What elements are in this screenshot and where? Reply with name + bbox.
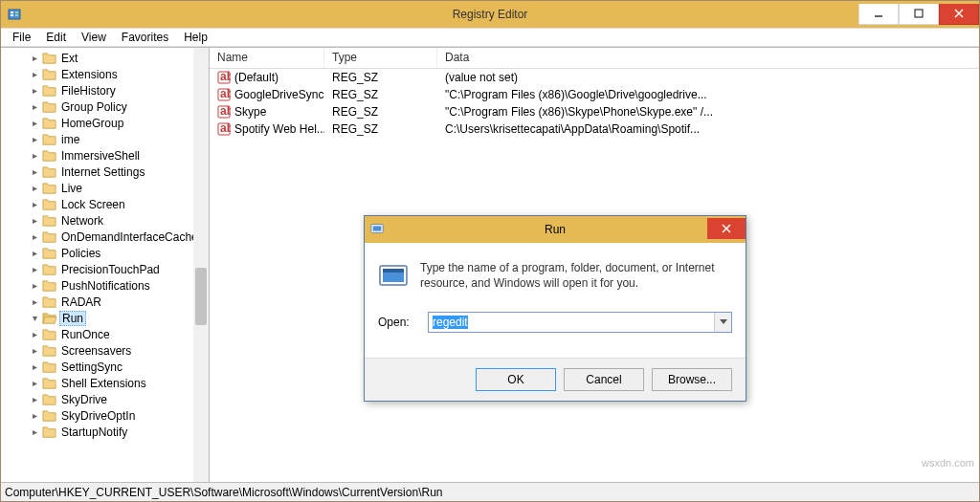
expand-icon[interactable]: ▸ [30,166,40,177]
run-open-combo[interactable] [428,312,732,333]
folder-icon [42,68,56,80]
expand-icon[interactable]: ▸ [30,69,40,79]
titlebar[interactable]: Registry Editor [1,1,979,28]
string-value-icon: ab [217,71,231,84]
menu-help[interactable]: Help [176,29,215,46]
expand-icon[interactable]: ▸ [30,329,40,339]
expand-icon[interactable]: ▸ [30,248,40,258]
value-type: REG_SZ [324,71,437,84]
folder-icon [42,133,56,145]
col-data[interactable]: Data [437,48,979,68]
folder-icon [42,198,56,210]
tree-node-extensions[interactable]: ▸Extensions [1,66,209,82]
tree-scrollbar[interactable] [193,48,209,482]
expand-icon[interactable]: ▸ [30,150,40,161]
tree-node-immersiveshell[interactable]: ▸ImmersiveShell [1,147,209,164]
menu-file[interactable]: File [5,29,38,46]
tree-node-pushnotifications[interactable]: ▸PushNotifications [1,277,209,294]
tree-node-label: Network [59,214,105,228]
expand-icon[interactable]: ▸ [30,199,40,209]
tree-node-lock-screen[interactable]: ▸Lock Screen [1,196,209,212]
list-row[interactable]: ab(Default)REG_SZ(value not set) [210,69,979,86]
list-row[interactable]: abSkypeREG_SZ"C:\Program Files (x86)\Sky… [210,103,979,120]
svg-rect-0 [9,10,20,19]
minimize-button[interactable] [858,4,899,25]
run-titlebar[interactable]: Run [365,216,746,243]
tree-node-startupnotify[interactable]: ▸StartupNotify [1,424,209,440]
tree-node-filehistory[interactable]: ▸FileHistory [1,82,209,98]
run-open-input[interactable] [428,312,732,333]
value-type: REG_SZ [324,88,437,101]
expand-icon[interactable]: ▸ [30,410,40,421]
tree-node-skydriveoptin[interactable]: ▸SkyDriveOptIn [1,407,209,424]
folder-icon [42,360,56,373]
tree-node-internet-settings[interactable]: ▸Internet Settings [1,164,209,180]
svg-text:ab: ab [220,88,231,100]
tree-node-label: HomeGroup [59,117,125,130]
expand-icon[interactable]: ▸ [30,215,40,226]
tree-node-policies[interactable]: ▸Policies [1,245,209,261]
tree-node-settingsync[interactable]: ▸SettingSync [1,359,209,375]
tree-node-ext[interactable]: ▸Ext [1,50,209,66]
status-path: Computer\HKEY_CURRENT_USER\Software\Micr… [5,486,442,499]
tree-node-network[interactable]: ▸Network [1,212,209,229]
tree-node-runonce[interactable]: ▸RunOnce [1,326,209,342]
expand-icon[interactable]: ▸ [30,134,40,144]
expand-icon[interactable]: ▸ [30,183,40,193]
menu-view[interactable]: View [74,29,114,46]
col-type[interactable]: Type [324,48,437,68]
tree-node-group-policy[interactable]: ▸Group Policy [1,98,209,115]
tree-pane[interactable]: ▸Ext▸Extensions▸FileHistory▸Group Policy… [1,48,210,482]
list-header[interactable]: Name Type Data [210,48,979,69]
expand-icon[interactable]: ▸ [30,101,40,112]
tree-node-precisiontouchpad[interactable]: ▸PrecisionTouchPad [1,261,209,277]
expand-icon[interactable]: ▸ [30,394,40,404]
folder-icon [42,409,56,422]
expand-icon[interactable]: ▾ [30,313,40,323]
expand-icon[interactable]: ▸ [30,53,40,63]
folder-icon [42,279,56,292]
value-name: Skype [234,105,266,119]
col-name[interactable]: Name [210,48,324,68]
tree-node-radar[interactable]: ▸RADAR [1,294,209,310]
menu-edit[interactable]: Edit [38,29,74,46]
menu-favorites[interactable]: Favorites [114,29,176,46]
scrollbar-thumb[interactable] [195,268,207,325]
run-title: Run [365,223,746,236]
tree-node-live[interactable]: ▸Live [1,180,209,196]
folder-icon [42,149,56,162]
browse-button[interactable]: Browse... [652,368,732,391]
list-row[interactable]: abSpotify Web Hel...REG_SZC:\Users\krise… [210,120,979,138]
tree-node-ime[interactable]: ▸ime [1,131,209,147]
value-data: "C:\Program Files (x86)\Google\Drive\goo… [437,88,979,101]
list-row[interactable]: abGoogleDriveSyncREG_SZ"C:\Program Files… [210,86,979,103]
expand-icon[interactable]: ▸ [30,345,40,356]
expand-icon[interactable]: ▸ [30,378,40,388]
run-dialog[interactable]: Run Type the name of a program, folder, … [364,215,746,402]
expand-icon[interactable]: ▸ [30,361,40,372]
tree-node-shell-extensions[interactable]: ▸Shell Extensions [1,375,209,391]
expand-icon[interactable]: ▸ [30,118,40,128]
close-button[interactable] [939,4,979,25]
expand-icon[interactable]: ▸ [30,280,40,291]
tree-node-skydrive[interactable]: ▸SkyDrive [1,391,209,407]
expand-icon[interactable]: ▸ [30,231,40,242]
expand-icon[interactable]: ▸ [30,85,40,96]
ok-button[interactable]: OK [476,368,556,391]
folder-icon [42,182,56,194]
tree-node-run[interactable]: ▾Run [1,310,209,326]
tree-node-homegroup[interactable]: ▸HomeGroup [1,115,209,131]
maximize-button[interactable] [899,4,939,25]
cancel-button[interactable]: Cancel [564,368,644,391]
expand-icon[interactable]: ▸ [30,264,40,274]
chevron-down-icon[interactable] [714,313,731,332]
tree-node-label: PrecisionTouchPad [59,263,162,276]
expand-icon[interactable]: ▸ [30,426,40,437]
tree-node-ondemandinterfacecache[interactable]: ▸OnDemandInterfaceCache [1,229,209,245]
run-close-button[interactable] [707,218,746,239]
expand-icon[interactable]: ▸ [30,296,40,307]
watermark: wsxdn.com [922,457,974,469]
folder-icon [42,214,56,227]
run-footer: OK Cancel Browse... [365,358,746,401]
tree-node-screensavers[interactable]: ▸Screensavers [1,342,209,359]
